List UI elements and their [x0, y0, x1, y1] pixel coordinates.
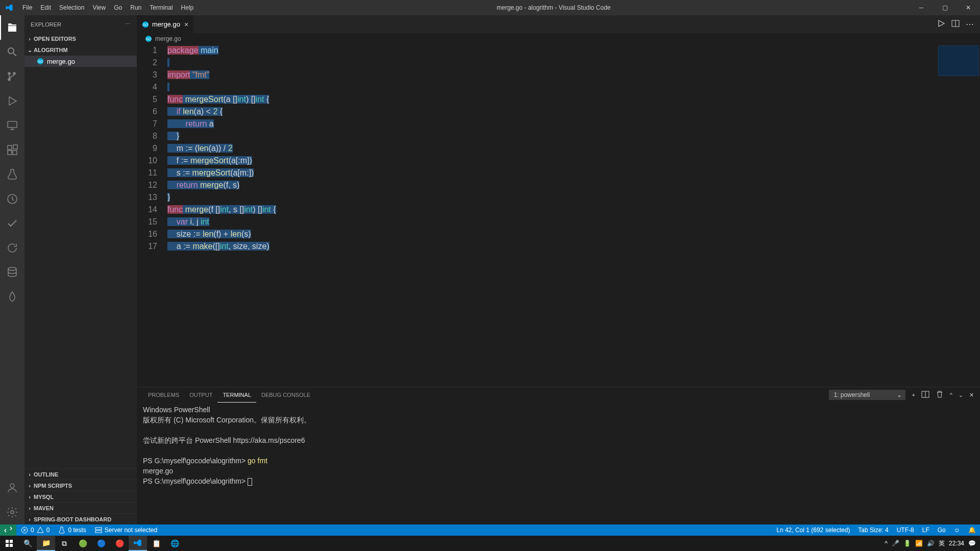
tray-mic-icon[interactable]: 🎤 — [892, 540, 899, 547]
tray-notifications-icon[interactable]: 💬 — [968, 540, 976, 547]
language-label: Go — [938, 527, 946, 534]
close-button[interactable]: ✕ — [957, 0, 980, 15]
panel-tab-terminal[interactable]: TERMINAL — [217, 387, 256, 403]
warning-icon — [36, 526, 44, 534]
menu-view[interactable]: View — [88, 0, 110, 15]
run-debug-icon[interactable] — [0, 89, 24, 113]
status-eol[interactable]: LF — [918, 524, 934, 536]
svg-rect-27 — [6, 544, 9, 547]
status-feedback-icon[interactable]: ☺ — [950, 524, 964, 536]
tray-chevron-icon[interactable]: ^ — [885, 540, 888, 547]
status-problems[interactable]: 0 0 — [16, 524, 54, 536]
close-panel-icon[interactable]: ✕ — [969, 392, 974, 398]
run-icon[interactable] — [937, 19, 945, 30]
tab-merge-go[interactable]: GO merge.go × — [137, 15, 194, 33]
status-language[interactable]: Go — [934, 524, 950, 536]
status-cursor-position[interactable]: Ln 42, Col 1 (692 selected) — [772, 524, 854, 536]
section-maven[interactable]: ›MAVEN — [24, 502, 137, 513]
error-count: 0 — [31, 527, 34, 534]
new-terminal-icon[interactable]: + — [912, 392, 915, 398]
search-icon[interactable] — [0, 40, 24, 64]
taskbar-terminal-icon[interactable]: ⧉ — [55, 536, 74, 551]
tab-size-label: Tab Size: 4 — [858, 527, 888, 534]
menu-help[interactable]: Help — [177, 0, 198, 15]
tests-label: 0 tests — [68, 527, 86, 534]
code-editor[interactable]: 1234567891011121314151617 package main i… — [137, 44, 980, 387]
remote-indicator[interactable] — [0, 524, 16, 536]
sidebar-title-label: EXPLORER — [31, 21, 61, 28]
test-icon[interactable] — [0, 162, 24, 187]
menu-file[interactable]: File — [18, 0, 36, 15]
minimize-button[interactable]: ─ — [910, 0, 933, 15]
status-encoding[interactable]: UTF-8 — [893, 524, 918, 536]
svg-rect-25 — [6, 540, 9, 543]
open-editors-section[interactable]: ›OPEN EDITORS — [24, 33, 137, 44]
mongodb-icon[interactable] — [0, 285, 24, 309]
extensions-icon[interactable] — [0, 138, 24, 162]
panel-tab-output[interactable]: OUTPUT — [184, 387, 217, 403]
taskbar-chrome-icon[interactable]: 🌐 — [165, 536, 184, 551]
refresh-icon[interactable] — [0, 236, 24, 260]
taskbar-app2-icon[interactable]: 🔴 — [110, 536, 129, 551]
menu-selection[interactable]: Selection — [55, 0, 88, 15]
taskbar-vscode-icon[interactable] — [129, 536, 147, 551]
checkmark-icon[interactable] — [0, 211, 24, 236]
panel-tab-problems[interactable]: PROBLEMS — [143, 387, 184, 403]
taskbar-search-icon[interactable]: 🔍 — [18, 536, 37, 551]
kill-terminal-icon[interactable] — [936, 390, 944, 399]
tray-ime-icon[interactable]: 英 — [939, 539, 945, 548]
menu-go[interactable]: Go — [110, 0, 126, 15]
tray-battery-icon[interactable]: 🔋 — [903, 540, 911, 547]
split-terminal-icon[interactable] — [921, 390, 929, 399]
tab-close-icon[interactable]: × — [184, 20, 188, 29]
terminal-selector[interactable]: 1: powershell⌄ — [829, 390, 905, 400]
split-editor-icon[interactable] — [951, 19, 960, 30]
terminal-content[interactable]: Windows PowerShell版权所有 (C) Microsoft Cor… — [137, 403, 980, 524]
status-tab-size[interactable]: Tab Size: 4 — [854, 524, 892, 536]
timeline-icon[interactable] — [0, 187, 24, 211]
sidebar-more-icon[interactable]: ⋯ — [125, 21, 131, 28]
source-control-icon[interactable] — [0, 64, 24, 89]
menu-edit[interactable]: Edit — [36, 0, 55, 15]
start-button[interactable] — [0, 536, 18, 551]
taskbar-explorer-icon[interactable]: 📁 — [37, 536, 55, 551]
go-file-icon: GO — [145, 35, 152, 42]
taskbar-wechat-icon[interactable]: 🟢 — [74, 536, 92, 551]
menu-bar: FileEditSelectionViewGoRunTerminalHelp — [18, 0, 198, 15]
status-tests[interactable]: 0 tests — [54, 524, 90, 536]
settings-icon[interactable] — [0, 500, 24, 524]
warning-count: 0 — [46, 527, 50, 534]
breadcrumb[interactable]: GO merge.go — [137, 33, 980, 44]
tray-wifi-icon[interactable]: 📶 — [915, 540, 923, 547]
maximize-panel-icon[interactable]: ^ — [950, 392, 952, 398]
svg-rect-28 — [10, 544, 13, 547]
file-item-merge-go[interactable]: GO merge.go — [24, 56, 137, 67]
explorer-icon[interactable] — [0, 15, 24, 40]
system-tray[interactable]: ^ 🎤 🔋 📶 🔊 英 22:34 💬 — [880, 539, 980, 548]
code-content[interactable]: package main import "fmt" func mergeSort… — [167, 44, 980, 387]
section-spring-boot-dashboard[interactable]: ›SPRING-BOOT DASHBOARD — [24, 513, 137, 524]
project-section[interactable]: ⌄ALOGRITHM — [24, 44, 137, 56]
menu-terminal[interactable]: Terminal — [145, 0, 177, 15]
section-npm-scripts[interactable]: ›NPM SCRIPTS — [24, 480, 137, 491]
minimap[interactable] — [938, 45, 979, 76]
taskbar-notepad-icon[interactable]: 📋 — [147, 536, 165, 551]
accounts-icon[interactable] — [0, 475, 24, 500]
taskbar-app-icon[interactable]: 🔵 — [92, 536, 110, 551]
panel-tab-debug-console[interactable]: DEBUG CONSOLE — [256, 387, 315, 403]
chevron-down-icon[interactable]: ⌄ — [959, 392, 963, 398]
status-server[interactable]: Server not selected — [90, 524, 161, 536]
menu-run[interactable]: Run — [126, 0, 145, 15]
maximize-button[interactable]: ▢ — [933, 0, 957, 15]
remote-explorer-icon[interactable] — [0, 113, 24, 138]
database-icon[interactable] — [0, 260, 24, 285]
panel-tabs-list: PROBLEMSOUTPUTTERMINALDEBUG CONSOLE — [143, 387, 315, 403]
sidebar: EXPLORER ⋯ ›OPEN EDITORS ⌄ALOGRITHM GO m… — [24, 15, 137, 524]
tray-clock[interactable]: 22:34 — [949, 540, 964, 547]
status-bell-icon[interactable]: 🔔 — [964, 524, 980, 536]
more-icon[interactable]: ⋯ — [966, 19, 974, 29]
section-mysql[interactable]: ›MYSQL — [24, 491, 137, 502]
tab-label: merge.go — [152, 20, 180, 28]
section-outline[interactable]: ›OUTLINE — [24, 468, 137, 480]
tray-volume-icon[interactable]: 🔊 — [927, 540, 935, 547]
